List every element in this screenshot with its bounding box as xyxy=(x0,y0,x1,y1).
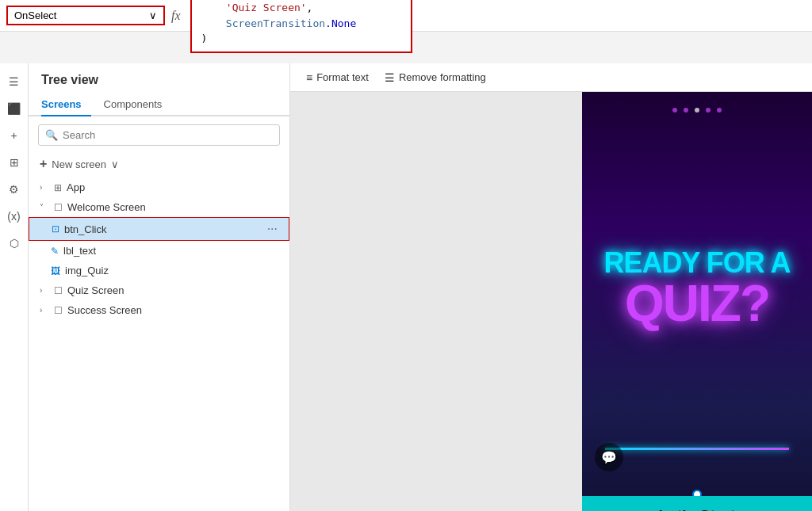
ready-text: READY FOR A xyxy=(603,247,790,279)
item-label: lbl_text xyxy=(63,245,278,257)
chat-icon: 💬 xyxy=(595,443,623,471)
remove-formatting-label: Remove formatting xyxy=(399,71,486,83)
plus-icon: + xyxy=(40,157,47,171)
tree-items: › ⊞ App ˅ ☐ Welcome Screen ⊡ btn_Click ·… xyxy=(29,177,289,511)
start-button[interactable]: Let's Start xyxy=(582,496,812,511)
variables-icon[interactable]: (x) xyxy=(2,204,26,228)
tree-item-success-screen[interactable]: › ☐ Success Screen xyxy=(29,300,289,320)
app-icon: ⊞ xyxy=(54,182,62,193)
layers-icon[interactable]: ⬛ xyxy=(2,97,26,120)
tree-item-quiz-screen[interactable]: › ☐ Quiz Screen xyxy=(29,280,289,300)
item-label: Success Screen xyxy=(67,304,278,316)
chevron-icon: › xyxy=(40,286,49,295)
more-options-icon[interactable]: ··· xyxy=(267,222,278,236)
item-label: Welcome Screen xyxy=(67,201,278,213)
plus-icon[interactable]: + xyxy=(2,124,26,147)
chevron-icon: › xyxy=(40,306,49,315)
quiz-text: QUIZ? xyxy=(625,278,769,329)
tree-panel: Tree view Screens Components 🔍 + New scr… xyxy=(29,63,290,511)
components-icon[interactable]: ⊞ xyxy=(2,151,26,174)
item-label: Quiz Screen xyxy=(67,284,278,296)
item-label: App xyxy=(67,181,278,193)
fx-icon: fx xyxy=(171,9,181,23)
remove-formatting-icon: ☰ xyxy=(385,71,395,84)
preview-panel: READY FOR A QUIZ? 💬 Let's Start xyxy=(582,92,812,511)
screen-icon: ☐ xyxy=(54,202,63,213)
formula-editor[interactable]: Navigate( 'Quiz Screen', ScreenTransitio… xyxy=(190,0,412,53)
neon-text-area: READY FOR A QUIZ? xyxy=(582,119,812,441)
tree-item-app[interactable]: › ⊞ App xyxy=(29,177,289,197)
search-box[interactable]: 🔍 xyxy=(38,124,280,146)
settings-icon[interactable]: ⬡ xyxy=(2,231,26,255)
decoration-dots xyxy=(672,108,722,112)
tree-item-btn-click[interactable]: ⊡ btn_Click ··· xyxy=(29,217,289,241)
property-dropdown[interactable]: OnSelect ∨ xyxy=(6,6,165,25)
chevron-icon: ˅ xyxy=(40,203,49,212)
tree-item-img-quiz[interactable]: 🖼 img_Quiz xyxy=(29,261,289,280)
item-label: btn_Click xyxy=(64,223,262,235)
label-icon: ✎ xyxy=(51,246,59,257)
preview-image: READY FOR A QUIZ? 💬 Let's Start xyxy=(582,92,812,511)
button-icon: ⊡ xyxy=(52,223,59,235)
canvas-area[interactable]: READY FOR A QUIZ? 💬 Let's Start xyxy=(290,92,812,511)
tree-title: Tree view xyxy=(29,63,289,93)
formula-bar: OnSelect ∨ fx Navigate( 'Quiz Screen', S… xyxy=(0,0,812,32)
chevron-icon: › xyxy=(40,183,49,192)
tree-item-welcome[interactable]: ˅ ☐ Welcome Screen xyxy=(29,197,289,217)
chevron-down-icon: ∨ xyxy=(111,158,119,170)
search-input[interactable] xyxy=(63,129,273,141)
tools-icon[interactable]: ⚙ xyxy=(2,177,26,201)
screen-icon: ☐ xyxy=(54,285,63,296)
item-label: img_Quiz xyxy=(65,265,278,276)
remove-formatting-button[interactable]: ☰ Remove formatting xyxy=(378,68,492,87)
left-sidebar: ☰ ⬛ + ⊞ ⚙ (x) ⬡ 🔍 xyxy=(0,63,29,511)
canvas-container: ≡ Format text ☰ Remove formatting xyxy=(290,63,812,511)
tree-item-lbl-text[interactable]: ✎ lbl_text xyxy=(29,241,289,261)
image-icon: 🖼 xyxy=(51,265,60,276)
neon-line xyxy=(605,448,789,450)
property-label: OnSelect xyxy=(14,10,56,21)
fx-area: fx xyxy=(171,9,184,23)
new-screen-button[interactable]: + New screen ∨ xyxy=(29,154,289,174)
format-text-label: Format text xyxy=(316,71,369,83)
start-button-container[interactable]: Let's Start xyxy=(582,496,812,511)
tab-screens[interactable]: Screens xyxy=(41,93,91,116)
hamburger-icon[interactable]: ☰ xyxy=(2,70,26,93)
format-text-button[interactable]: ≡ Format text xyxy=(300,68,375,87)
tree-tabs: Screens Components xyxy=(29,93,289,116)
formula-toolbar: ≡ Format text ☰ Remove formatting xyxy=(290,63,812,92)
main-layout: ☰ ⬛ + ⊞ ⚙ (x) ⬡ 🔍 Tree view Screens Comp… xyxy=(0,63,812,511)
format-text-icon: ≡ xyxy=(306,71,312,84)
new-screen-label: New screen xyxy=(52,158,106,170)
search-icon: 🔍 xyxy=(45,129,58,141)
start-button-text: Let's Start xyxy=(658,507,735,511)
tab-components[interactable]: Components xyxy=(104,93,172,116)
dropdown-arrow-icon: ∨ xyxy=(149,10,157,21)
screen-icon: ☐ xyxy=(54,305,63,316)
